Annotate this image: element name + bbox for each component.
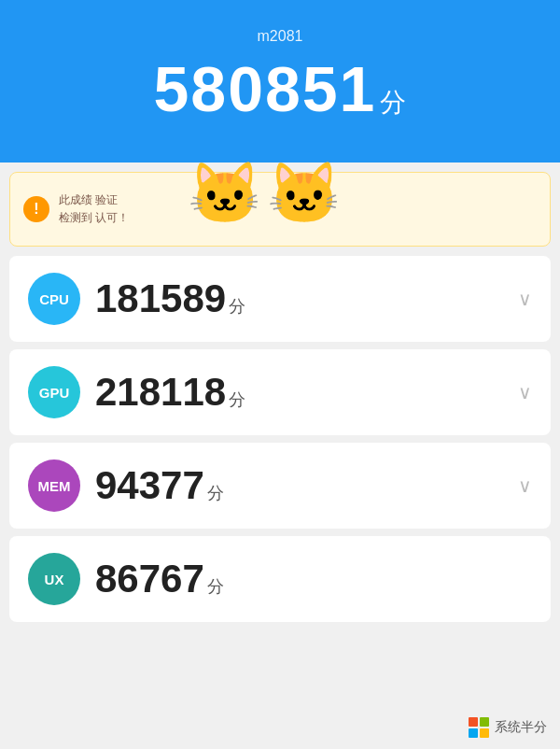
- win-blue-square: [469, 728, 478, 738]
- header-section: m2081 580851 分: [0, 0, 560, 163]
- score-value-row-gpu: 218118 分: [95, 370, 518, 415]
- score-fen-gpu: 分: [229, 389, 245, 411]
- content-area: ! 此成绩 验证 检测到 认可！ 🐱 🐱 CPU 181589 分 ∨ GPU …: [0, 163, 560, 639]
- score-card-mem[interactable]: MEM 94377 分 ∨: [9, 443, 551, 529]
- win-red-square: [469, 717, 478, 727]
- score-number-cpu: 181589: [95, 276, 226, 321]
- warning-text: 此成绩 验证 检测到 认可！: [59, 191, 537, 227]
- score-number-gpu: 218118: [95, 370, 226, 415]
- badge-ux: UX: [28, 553, 80, 605]
- watermark: 系统半分: [469, 717, 547, 738]
- score-fen-cpu: 分: [229, 295, 245, 318]
- score-value-row-ux: 86767 分: [95, 557, 532, 601]
- score-cards-container: CPU 181589 分 ∨ GPU 218118 分 ∨ MEM 94377 …: [9, 256, 551, 622]
- chevron-icon-mem[interactable]: ∨: [518, 474, 532, 497]
- score-fen-ux: 分: [207, 575, 224, 598]
- watermark-text: 系统半分: [495, 719, 547, 736]
- win-yellow-square: [480, 728, 489, 738]
- chevron-icon-cpu[interactable]: ∨: [518, 288, 532, 310]
- windows-logo-icon: [469, 717, 489, 738]
- score-number-ux: 86767: [95, 557, 204, 601]
- badge-gpu: GPU: [28, 366, 80, 418]
- total-score-row: 580851 分: [19, 52, 541, 125]
- warning-icon: !: [23, 196, 49, 222]
- total-score-unit: 分: [380, 85, 406, 120]
- chevron-icon-gpu[interactable]: ∨: [518, 381, 532, 403]
- score-fen-mem: 分: [207, 482, 224, 504]
- score-card-ux: UX 86767 分: [9, 536, 551, 622]
- score-card-gpu[interactable]: GPU 218118 分 ∨: [9, 349, 551, 435]
- total-score: 580851: [154, 52, 377, 125]
- score-value-row-mem: 94377 分: [95, 463, 518, 508]
- warning-banner: ! 此成绩 验证 检测到 认可！ 🐱 🐱: [9, 172, 551, 247]
- device-name: m2081: [19, 28, 541, 45]
- score-number-mem: 94377: [95, 463, 204, 508]
- badge-mem: MEM: [28, 459, 80, 512]
- win-green-square: [480, 717, 489, 727]
- score-value-row-cpu: 181589 分: [95, 276, 518, 321]
- badge-cpu: CPU: [28, 273, 80, 325]
- score-card-cpu[interactable]: CPU 181589 分 ∨: [9, 256, 551, 342]
